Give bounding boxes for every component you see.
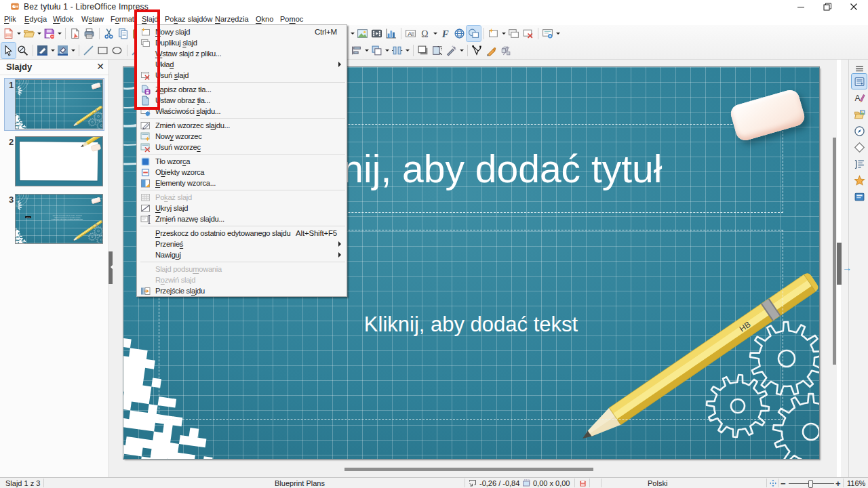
- new-slide-dropdown-caret[interactable]: [500, 26, 507, 41]
- sidebar-splitter-handle[interactable]: [837, 243, 842, 285]
- special-character-button[interactable]: [418, 26, 432, 41]
- hyperlink-button[interactable]: [452, 26, 467, 41]
- status-language[interactable]: Polski: [648, 479, 667, 488]
- sidebar-tab-gallery[interactable]: [852, 107, 867, 122]
- menu-wstaw[interactable]: Wstaw: [81, 14, 104, 24]
- menu-pomoc[interactable]: Pomoc: [280, 14, 303, 24]
- align-objects-dropdown-caret[interactable]: [363, 43, 370, 58]
- horizontal-scrollbar[interactable]: [113, 467, 829, 472]
- slides-panel-close-icon[interactable]: ✕: [96, 62, 105, 71]
- basic-shapes-button[interactable]: [467, 26, 481, 41]
- menuitem-ukryj-slajd[interactable]: Ukryj slajd: [137, 203, 347, 214]
- copy-button[interactable]: [116, 26, 130, 41]
- toggle-extrusion-button[interactable]: [498, 43, 513, 58]
- slide-properties-button[interactable]: [540, 26, 555, 41]
- zoom-pan-button[interactable]: [16, 43, 30, 58]
- menuitem-wstaw-slajd-z-pliku[interactable]: Wstaw slajd z pliku...: [137, 48, 347, 59]
- slide-1-thumbnail[interactable]: HB Kliknij, aby dodać tytuł Kliknij, aby…: [16, 80, 102, 129]
- close-button[interactable]: [844, 0, 864, 13]
- zoom-in-button[interactable]: +: [835, 479, 841, 488]
- menuitem-usun-wzorzec[interactable]: Usuń wzorzec: [137, 142, 347, 152]
- rectangle-button[interactable]: [96, 43, 110, 58]
- sidebar-tab-master-slides[interactable]: [852, 189, 867, 204]
- line-and-filling-dropdown-caret[interactable]: [50, 43, 56, 58]
- redo-dropdown-caret[interactable]: [349, 26, 355, 41]
- sidebar-collapse-arrow[interactable]: →: [842, 262, 853, 273]
- sidebar-tab-navigator[interactable]: [852, 123, 867, 138]
- crop-image-button[interactable]: [430, 43, 444, 58]
- menuitem-elementy-wzorca[interactable]: Elementy wzorca...: [137, 178, 347, 188]
- menu-format[interactable]: Format: [111, 14, 134, 24]
- sidebar-tab-animation[interactable]: [852, 173, 867, 188]
- sidebar-tab-properties[interactable]: [852, 74, 867, 89]
- edit-points-button[interactable]: [470, 43, 484, 58]
- menuitem-nawiguj[interactable]: Nawiguj: [137, 249, 347, 260]
- menuitem-obiekty-wzorca[interactable]: Obiekty wzorca: [137, 167, 347, 178]
- new-dropdown-caret[interactable]: [16, 26, 22, 41]
- menu-widok[interactable]: Widok: [53, 14, 74, 24]
- slide-thumbnail-row-1[interactable]: 1: [5, 79, 104, 130]
- line-and-filling-button[interactable]: [35, 43, 50, 58]
- insert-media-button[interactable]: [370, 26, 384, 41]
- slide-2-thumbnail[interactable]: [16, 137, 102, 186]
- image-filter-button[interactable]: [444, 43, 458, 58]
- fontwork-button[interactable]: [438, 26, 452, 41]
- print-button[interactable]: [82, 26, 96, 41]
- vertical-scrollbar[interactable]: [832, 60, 837, 466]
- special-character-dropdown-caret[interactable]: [432, 26, 438, 41]
- menuitem-zapisz-obraz-tla[interactable]: Zapisz obraz tła...: [137, 84, 347, 95]
- image-filter-dropdown-caret[interactable]: [458, 43, 465, 58]
- insert-textbox-button[interactable]: [403, 26, 418, 41]
- fill-color-dropdown-caret[interactable]: [70, 43, 76, 58]
- menuitem-duplikuj-slajd[interactable]: Duplikuj slajd: [137, 37, 347, 48]
- insert-chart-button[interactable]: [384, 26, 398, 41]
- sidebar-tab-slide-transition[interactable]: [852, 157, 867, 171]
- ellipse-button[interactable]: [110, 43, 124, 58]
- slide-thumbnail-row-3[interactable]: 3: [5, 193, 104, 245]
- document-modified-icon[interactable]: [579, 480, 587, 487]
- insert-line-button[interactable]: [81, 43, 96, 58]
- menuitem-nowy-slajd[interactable]: Nowy slajdCtrl+M: [137, 26, 347, 37]
- menuitem-ustaw-obraz-tla[interactable]: Ustaw obraz tła...: [137, 95, 347, 106]
- horizontal-scrollbar-thumb[interactable]: [344, 468, 593, 471]
- shadow-button[interactable]: [416, 43, 430, 58]
- fill-color-button[interactable]: [56, 43, 70, 58]
- menuitem-wlasciwosci-slajdu[interactable]: Właściwości slajdu...: [137, 106, 347, 117]
- vertical-scrollbar-thumb[interactable]: [833, 138, 836, 365]
- duplicate-slide-button[interactable]: [507, 26, 521, 41]
- menu-edycja[interactable]: Edycja: [24, 14, 47, 24]
- menu-okno[interactable]: Okno: [256, 14, 273, 24]
- arrange-dropdown-caret[interactable]: [384, 43, 390, 58]
- align-objects-button[interactable]: [349, 43, 363, 58]
- save-button[interactable]: [42, 26, 56, 41]
- status-zoom-percent[interactable]: 116%: [847, 479, 865, 488]
- menuitem-uklad[interactable]: Układ: [137, 59, 347, 70]
- status-template-name[interactable]: Blueprint Plans: [275, 479, 325, 488]
- delete-slide-button[interactable]: [521, 26, 535, 41]
- open-dropdown-caret[interactable]: [36, 26, 42, 41]
- distribute-button[interactable]: [390, 43, 404, 58]
- open-button[interactable]: [22, 26, 36, 41]
- menu-narzedzia[interactable]: Narzędzia: [215, 14, 249, 24]
- distribute-dropdown-caret[interactable]: [404, 43, 410, 58]
- zoom-out-button[interactable]: −: [781, 479, 786, 488]
- slide-3-thumbnail[interactable]: HB Kliknij, aby dodać tytuł Kliknij, aby…: [16, 195, 102, 243]
- menuitem-zmien-wzorzec-slajdu[interactable]: Zmień wzorzec slajdu...: [137, 120, 347, 131]
- menu-pokaz-slajdow[interactable]: Pokaz slajdów: [165, 14, 212, 24]
- menuitem-usun-slajd[interactable]: Usuń slajd: [137, 70, 347, 81]
- menu-plik[interactable]: Plik: [4, 14, 16, 24]
- new-button[interactable]: [1, 26, 16, 41]
- minimize-button[interactable]: [791, 0, 811, 13]
- menuitem-zmien-nazwe-slajdu[interactable]: Zmień nazwę slajdu...: [137, 214, 347, 224]
- fit-slide-icon[interactable]: [769, 479, 777, 487]
- menuitem-nowy-wzorzec[interactable]: Nowy wzorzec: [137, 131, 347, 142]
- menuitem-przeskocz[interactable]: Przeskocz do ostatnio edytowanego slajdu…: [137, 228, 347, 239]
- arrange-button[interactable]: [370, 43, 384, 58]
- export-pdf-button[interactable]: [68, 26, 82, 41]
- slide-thumbnail-row-2[interactable]: 2: [5, 136, 104, 187]
- restore-button[interactable]: [817, 0, 837, 13]
- sidebar-tab-shapes[interactable]: [852, 140, 867, 155]
- new-slide-button[interactable]: [486, 26, 500, 41]
- cut-button[interactable]: [102, 26, 116, 41]
- zoom-slider-thumb[interactable]: [808, 480, 813, 488]
